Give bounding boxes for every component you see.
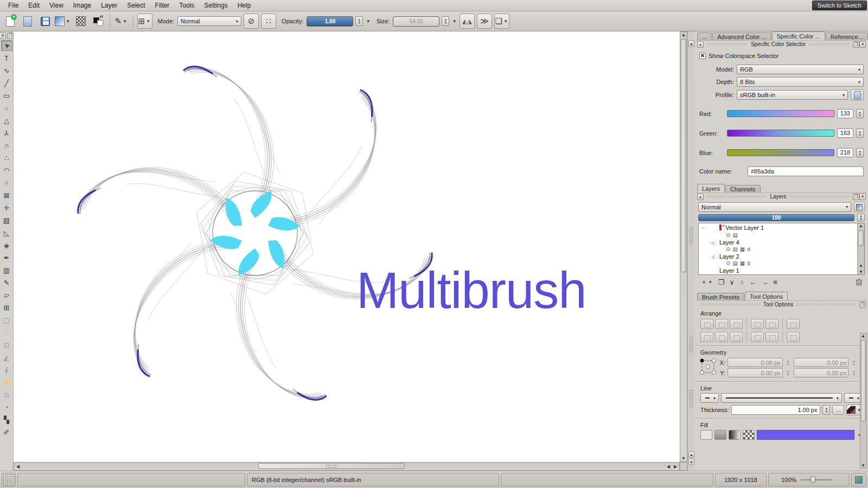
grid-tool[interactable]: ⊞ (1, 302, 12, 313)
y2-spinner[interactable]: ▲▼ (851, 370, 857, 376)
layer-row[interactable]: ✳Layer 2⊙▤▦α (699, 253, 864, 267)
polygonal-select-tool[interactable]: ◭ (1, 352, 12, 363)
fill-pattern-button[interactable] (743, 430, 755, 440)
layer-opacity-slider[interactable]: 100 (698, 214, 854, 221)
y1-spinner[interactable]: ▲▼ (785, 370, 792, 376)
lock-icon[interactable]: ▤ (732, 260, 737, 267)
polygon-tool[interactable]: △ (1, 115, 12, 126)
green-channel-slider[interactable] (727, 130, 834, 137)
menu-help[interactable]: Help (233, 0, 256, 11)
scroll-up-icon[interactable]: ▲ (680, 33, 687, 37)
layer-list-scrollbar[interactable]: ▲ ▲ ▼ (857, 223, 864, 274)
pencil-tool[interactable]: ✎ (1, 277, 12, 288)
magic-wand-tool[interactable]: ⚡ (1, 377, 12, 388)
x2-spinner[interactable]: ▲▼ (851, 359, 857, 366)
canvas-horizontal-scrollbar[interactable]: ◀ ◀ ▶ (14, 462, 680, 471)
tab-color-2[interactable]: Specific Color ... (772, 31, 825, 40)
layer-list[interactable]: –+Vector Layer 1⊙▤✳•Layer 4⊙▤▦α✳Layer 2⊙… (698, 223, 865, 275)
brush-chooser-button[interactable]: ✎ ▾ (114, 14, 129, 29)
line-style-combobox[interactable]: ▾ (721, 393, 842, 403)
scroll-up-icon[interactable]: ▲ (860, 333, 866, 338)
profile-browse-button[interactable] (851, 89, 864, 100)
layer-row[interactable]: –+Vector Layer 1⊙▤ (699, 223, 864, 239)
menu-view[interactable]: View (44, 0, 68, 11)
calligraphy-tool[interactable]: ✐ (1, 427, 12, 438)
wrap-around-button[interactable]: ❏ ▾ (494, 14, 509, 29)
splitter-collapse-icon[interactable]: ▲ (688, 40, 694, 47)
horizontal-scroll-thumb[interactable] (258, 463, 405, 469)
color-picker-tool[interactable]: ✒ (1, 252, 12, 263)
alpha-lock-icon[interactable]: α (747, 260, 750, 267)
visibility-icon[interactable]: ⊙ (726, 260, 730, 267)
fill-color-swatch[interactable] (757, 430, 854, 440)
scroll-up-icon[interactable]: ▲ (858, 223, 864, 228)
move-layer-up-button[interactable]: ∧ (739, 278, 745, 286)
y1-field[interactable]: 0.00 px (727, 368, 783, 377)
color-name-field[interactable]: #85a3da (748, 166, 864, 176)
lower-button[interactable] (765, 319, 778, 329)
visibility-icon[interactable]: ⊙ (726, 246, 730, 253)
y2-field[interactable]: 0.00 px (794, 368, 849, 377)
tab-layers-1[interactable]: Channels (725, 185, 760, 192)
menu-layer[interactable]: Layer (96, 0, 122, 11)
freehand-path-tool[interactable]: ∿ (1, 65, 12, 76)
tab-layers-0[interactable]: Layers (697, 184, 725, 192)
open-document-button[interactable] (20, 14, 35, 29)
blue-channel-slider[interactable] (727, 149, 834, 156)
layer-row[interactable]: ✳•Layer 4⊙▤▦α (699, 239, 864, 253)
add-layer-button[interactable]: ＋▾ (700, 277, 713, 287)
eraser-mode-button[interactable]: ⊘ (244, 14, 259, 29)
scroll-up-icon[interactable]: ▲ (858, 263, 864, 268)
model-combobox[interactable]: RGB ▾ (737, 65, 864, 74)
green-spinner[interactable]: ▲▼ (856, 129, 864, 138)
red-spinner[interactable]: ▲▼ (856, 109, 864, 118)
red-value-field[interactable]: 133 (837, 109, 853, 118)
lock-icon[interactable]: ▤ (732, 246, 737, 253)
send-back-button[interactable] (765, 332, 778, 342)
menu-tools[interactable]: Tools (174, 0, 199, 11)
chevron-down-icon[interactable]: ▾ (365, 18, 371, 24)
rectangular-select-tool[interactable]: ▢ (1, 314, 12, 325)
panel-splitter[interactable]: ▲ ▲ ▼ (687, 31, 695, 471)
blend-mode-combobox[interactable]: Normal ▾ (177, 16, 241, 26)
polyline-tool[interactable]: ⅄ (1, 127, 12, 138)
splitter-up-icon[interactable]: ▲ (688, 451, 694, 458)
thickness-spinner[interactable]: ▲▼ (822, 405, 830, 415)
canvas-vertical-scrollbar[interactable]: ▲ ▼ (680, 31, 687, 462)
splitter-down-icon[interactable]: ▼ (688, 459, 694, 465)
crop-tool[interactable]: ⊠ (1, 190, 12, 201)
select-shapes-tool[interactable]: ➤ (1, 40, 12, 51)
align-right-button[interactable] (730, 319, 743, 329)
gradient-chooser-button[interactable]: ▾ (55, 14, 71, 29)
float-icon[interactable]: ❐ (859, 301, 866, 308)
save-button[interactable] (37, 14, 53, 29)
tab-tooloptions-0[interactable]: Brush Presets (697, 293, 744, 300)
show-colorspace-checkbox[interactable]: ✕ (699, 53, 706, 59)
tab-color-1[interactable]: Advanced Color ... (712, 33, 771, 40)
measure-tool[interactable]: ◺ (1, 227, 12, 238)
profile-combobox[interactable]: sRGB built-in ▾ (737, 90, 848, 100)
transform-tool[interactable]: ▧ (1, 215, 12, 226)
brush-tip-button[interactable]: ⊞ ▾ (137, 14, 152, 29)
group-button[interactable] (787, 319, 800, 329)
zoom-slider-handle[interactable] (810, 477, 815, 483)
preserve-alpha-button[interactable]: ∷ (261, 14, 276, 29)
elliptical-select-tool[interactable]: ◌ (1, 327, 12, 338)
switch-to-sketch-button[interactable]: Switch to Sketch (812, 1, 867, 10)
duplicate-layer-button[interactable]: ❐ (718, 278, 725, 286)
fit-zoom-button[interactable] (851, 473, 866, 486)
new-document-button[interactable]: + (3, 14, 18, 29)
menu-select[interactable]: Select (122, 0, 150, 11)
float-icon[interactable]: ❐ (853, 41, 859, 48)
similar-select-tool[interactable]: ⊙ (1, 389, 12, 400)
blue-spinner[interactable]: ▲▼ (856, 148, 864, 157)
x1-field[interactable]: 0.00 px (727, 358, 783, 367)
vertical-scroll-thumb[interactable] (681, 39, 686, 272)
bezier-curve-tool[interactable]: ∩ (1, 140, 12, 151)
pattern-chooser-button[interactable] (73, 14, 88, 29)
tree-expander-icon[interactable] (699, 239, 707, 240)
fill-tool[interactable]: ◈ (1, 240, 12, 251)
thickness-field[interactable]: 1.00 px (731, 405, 821, 415)
line-cap-combobox[interactable]: ▾ (700, 393, 719, 403)
mirror-vertical-button[interactable]: ≫ (477, 14, 492, 29)
